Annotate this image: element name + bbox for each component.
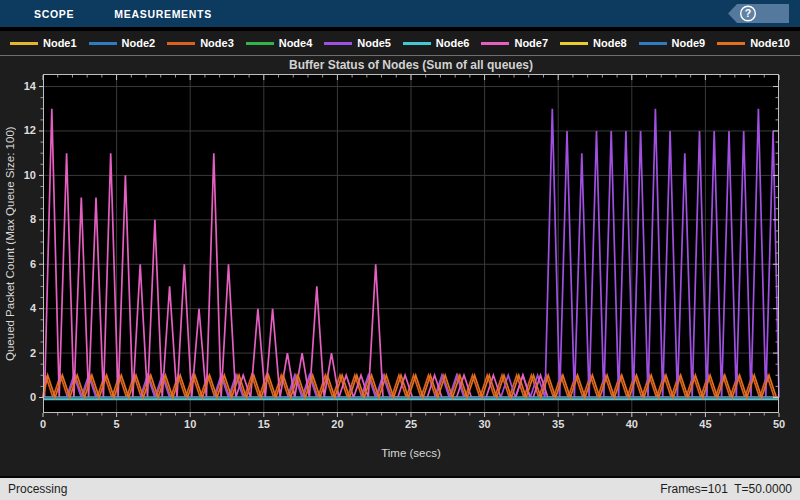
status-text: Processing — [8, 482, 67, 496]
status-bar: Processing Frames=101 T=50.0000 — [0, 476, 800, 500]
legend-item-node2[interactable]: Node2 — [89, 37, 156, 49]
legend-label: Node7 — [514, 37, 548, 49]
y-tick-label: 2 — [8, 347, 36, 359]
legend-swatch — [639, 42, 667, 45]
legend-label: Node2 — [122, 37, 156, 49]
tab-measurements[interactable]: MEASUREMENTS — [94, 0, 232, 27]
legend-swatch — [403, 42, 431, 45]
legend-swatch — [324, 42, 352, 45]
y-tick-label: 14 — [8, 80, 36, 92]
legend-item-node9[interactable]: Node9 — [639, 37, 706, 49]
legend-label: Node8 — [593, 37, 627, 49]
figure-area: Buffer Status of Nodes (Sum of all queue… — [0, 56, 800, 477]
x-tick-label: 10 — [170, 418, 210, 430]
legend-label: Node1 — [43, 37, 77, 49]
legend-item-node1[interactable]: Node1 — [10, 37, 77, 49]
y-tick-label: 8 — [8, 213, 36, 225]
legend-swatch — [481, 42, 509, 45]
x-tick-label: 35 — [538, 418, 578, 430]
legend-bar: Node1Node2Node3Node4Node5Node6Node7Node8… — [0, 31, 800, 56]
legend-item-node8[interactable]: Node8 — [560, 37, 627, 49]
y-tick-label: 4 — [8, 302, 36, 314]
legend-item-node4[interactable]: Node4 — [246, 37, 313, 49]
frame-time-readout: Frames=101 T=50.0000 — [660, 482, 792, 496]
legend-label: Node10 — [750, 37, 790, 49]
x-tick-label: 45 — [685, 418, 725, 430]
legend-label: Node3 — [200, 37, 234, 49]
legend-item-node3[interactable]: Node3 — [167, 37, 234, 49]
y-tick-label: 0 — [8, 391, 36, 403]
y-tick-label: 6 — [8, 258, 36, 270]
legend-item-node6[interactable]: Node6 — [403, 37, 470, 49]
y-tick-label: 10 — [8, 169, 36, 181]
legend-swatch — [560, 42, 588, 45]
legend-label: Node5 — [357, 37, 391, 49]
legend-label: Node9 — [672, 37, 706, 49]
legend-swatch — [89, 42, 117, 45]
legend-item-node10[interactable]: Node10 — [717, 37, 790, 49]
legend-swatch — [246, 42, 274, 45]
chart-title: Buffer Status of Nodes (Sum of all queue… — [43, 58, 779, 72]
x-axis-label: Time (secs) — [43, 447, 779, 459]
legend-item-node7[interactable]: Node7 — [481, 37, 548, 49]
x-tick-label: 40 — [612, 418, 652, 430]
help-icon[interactable]: ? — [728, 3, 790, 24]
tab-scope[interactable]: SCOPE — [14, 0, 94, 27]
x-tick-label: 15 — [244, 418, 284, 430]
y-tick-label: 12 — [8, 124, 36, 136]
toolstrip: SCOPE MEASUREMENTS ? — [0, 0, 800, 27]
x-tick-label: 5 — [97, 418, 137, 430]
chart-canvas[interactable] — [43, 74, 779, 413]
legend-swatch — [167, 42, 195, 45]
x-tick-label: 50 — [759, 418, 799, 430]
legend-swatch — [717, 42, 745, 45]
x-tick-label: 25 — [391, 418, 431, 430]
legend-swatch — [10, 42, 38, 45]
legend-item-node5[interactable]: Node5 — [324, 37, 391, 49]
plot-area[interactable] — [43, 74, 779, 413]
x-tick-label: 20 — [317, 418, 357, 430]
legend-label: Node6 — [436, 37, 470, 49]
svg-text:?: ? — [745, 7, 751, 19]
legend-label: Node4 — [279, 37, 313, 49]
x-tick-label: 30 — [465, 418, 505, 430]
x-tick-label: 0 — [23, 418, 63, 430]
